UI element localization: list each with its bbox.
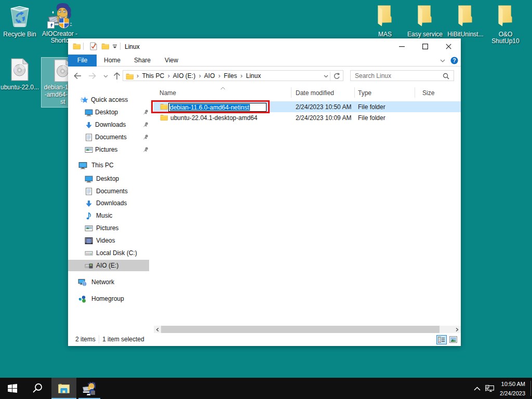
svg-text:?: ? xyxy=(453,57,456,63)
